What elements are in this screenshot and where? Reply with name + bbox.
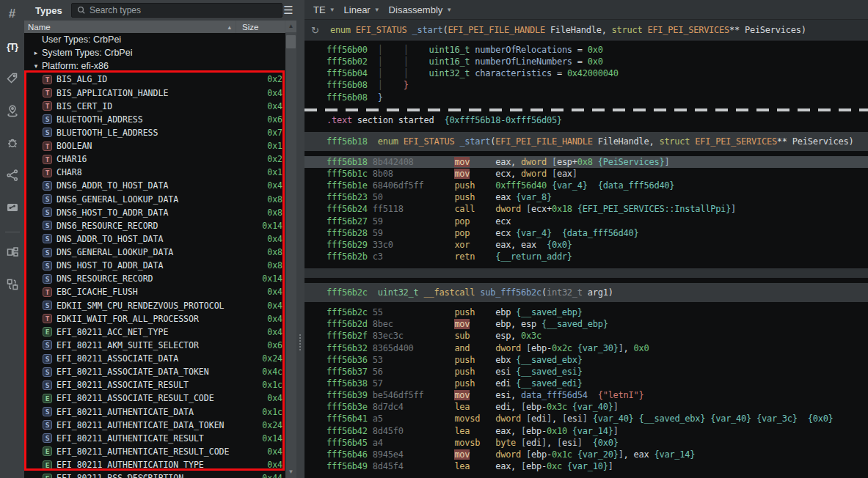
panel-resize-handle[interactable] (127, 475, 147, 477)
type-row[interactable]: SDNS6_GENERAL_LOOKUP_DATA0x8 (24, 193, 285, 206)
disasm-line[interactable]: fff56b08 │ } (304, 79, 868, 91)
tag-icon[interactable] (3, 69, 22, 88)
disasm-line[interactable]: fff56b37 56 push esi {__saved_esi} (304, 366, 868, 378)
disasm-line[interactable]: fff56b49 8d45f4 lea eax, [ebp-0xc {var_1… (304, 460, 868, 472)
type-row[interactable]: SDNS_HOST_TO_ADDR_DATA0x8 (24, 259, 285, 272)
disasm-line[interactable]: fff56b2b c3 retn {__return_addr} (304, 251, 868, 262)
panel-splitter[interactable] (296, 0, 304, 478)
types-icon[interactable]: {T} (3, 37, 22, 56)
scrollbar-thumb[interactable] (286, 35, 296, 48)
types-group-row[interactable]: ▾Platform: efi-x86 (24, 59, 285, 73)
refresh-icon[interactable]: ↻ (311, 25, 319, 36)
type-row[interactable]: SBLUETOOTH_LE_ADDRESS0x7 (24, 126, 285, 139)
graph-view-icon[interactable] (3, 198, 22, 217)
disasm-line[interactable]: fff56b41 a5 movsd dword [edi], [esi] {va… (304, 413, 868, 424)
disasm-line[interactable]: fff56b1e 68406df5ff push 0xfff56d40 {var… (304, 180, 868, 191)
type-row[interactable]: SEFI_80211_ASSOCIATE_DATA_TOKEN0x4c (24, 365, 285, 378)
types-search-box[interactable] (71, 3, 282, 18)
bug-icon[interactable] (3, 133, 22, 152)
sync-icon[interactable] (3, 275, 22, 294)
type-row[interactable]: SEFI_80211_AUTHENTICATE_RESULT0x14 (24, 432, 285, 445)
disasm-line[interactable]: fff56b08 } (304, 92, 868, 103)
group-label: Platform: efi-x86 (42, 61, 109, 71)
splitter-drag-handle[interactable] (299, 334, 301, 350)
current-function-header[interactable]: ↻ enum EFI_STATUS _start(EFI_PEI_FILE_HA… (304, 20, 868, 41)
disasm-line[interactable]: fff56b29 33c0 xor eax, eax {0x0} (304, 239, 868, 251)
disasm-line[interactable]: fff56b32 8365d400 and dword [ebp-0x2c {v… (304, 342, 868, 354)
view-type-menu[interactable]: TE▼ (313, 4, 335, 15)
disasm-line[interactable]: fff56b28 59 pop ecx {var_4} {data_fff56d… (304, 227, 868, 239)
type-row[interactable]: SDNS_GENERAL_LOOKUP_DATA0x8 (24, 246, 285, 259)
type-row[interactable]: SEFI_80211_AKM_SUITE_SELECTOR0x6 (24, 339, 285, 352)
disasm-line[interactable]: fff56b27 59 pop ecx (304, 216, 868, 227)
type-size: 0x8 (267, 207, 282, 218)
disasm-line-selected[interactable]: fff56b18 8b442408 mov eax, dword [esp+0x… (304, 156, 868, 168)
disasm-line[interactable]: fff56b23 50 push eax {var_8} (304, 191, 868, 203)
hierarchy-icon[interactable] (3, 243, 22, 262)
types-group-row[interactable]: User Types: CrbPei (24, 33, 285, 46)
type-row[interactable]: TEBC_ICACHE_FLUSH0x4 (24, 285, 285, 298)
type-row[interactable]: TCHAR160x2 (24, 152, 285, 166)
type-row[interactable]: SDNS_ADDR_TO_HOST_DATA0x4 (24, 232, 285, 246)
disasm-line[interactable]: fff56b45 a4 movsb byte [edi], [esi] {0x0… (304, 437, 868, 449)
mnemonic: movsd (454, 413, 480, 424)
disasm-line[interactable]: fff56b39 be546df5ff mov esi, data_fff56d… (304, 389, 868, 401)
type-row[interactable]: SBLUETOOTH_ADDRESS0x6 (24, 113, 285, 126)
column-header-name[interactable]: Name ▴ (24, 21, 236, 33)
layout-menu[interactable]: Linear▼ (344, 4, 380, 15)
view-mode-menu[interactable]: Disassembly▼ (389, 4, 453, 15)
scroll-down-icon[interactable]: ▼ (285, 466, 296, 478)
type-row[interactable]: TBIS_CERT_ID0x4 (24, 100, 285, 113)
disasm-line[interactable]: fff56b1c 8b08 mov ecx, dword [eax] (304, 168, 868, 180)
type-row[interactable]: EEFI_80211_BSS_DESCRIPTION0x44 (24, 471, 285, 478)
disasm-line[interactable]: fff56b00 │ │ uint16_t numberOfRelocation… (304, 44, 868, 56)
type-row[interactable]: SDNS6_HOST_TO_ADDR_DATA0x8 (24, 206, 285, 219)
type-row[interactable]: SDNS_RESOURCE_RECORD0x14 (24, 272, 285, 285)
type-row[interactable]: TEDKII_WAIT_FOR_ALL_PROCESSOR0x4 (24, 312, 285, 326)
sort-ascending-icon: ▴ (227, 23, 231, 31)
scroll-up-icon[interactable]: ▲ (285, 21, 296, 32)
type-row[interactable]: EEFI_80211_ACC_NET_TYPE0x4 (24, 326, 285, 339)
linear-disassembly-view[interactable]: fff56b00 │ │ uint16_t numberOfRelocation… (304, 41, 868, 478)
disasm-line[interactable]: fff56b42 8d45f0 lea eax, [ebp-0x10 {var_… (304, 425, 868, 437)
type-row[interactable]: SDNS6_RESOURCE_RECORD0x14 (24, 219, 285, 232)
type-row[interactable]: SEFI_80211_ASSOCIATE_RESULT0x1c (24, 378, 285, 391)
type-row[interactable]: EEFI_80211_ASSOCIATE_RESULT_CODE0x4 (24, 391, 285, 405)
type-row[interactable]: SEFI_80211_ASSOCIATE_DATA0x24 (24, 352, 285, 365)
type-row[interactable]: TBOOLEAN0x1 (24, 139, 285, 152)
type-row[interactable]: SEDKII_SMM_CPU_RENDEZVOUS_PROTOCOL0x4 (24, 299, 285, 312)
location-pin-icon[interactable] (3, 101, 22, 120)
type-row[interactable]: SDNS6_ADDR_TO_HOST_DATA0x4 (24, 179, 285, 192)
disasm-line[interactable]: .text section started {0xfff56b18-0xfff5… (304, 114, 868, 126)
types-search-input[interactable] (90, 5, 258, 15)
share-graph-icon[interactable] (3, 166, 22, 185)
type-row[interactable]: TCHAR80x1 (24, 166, 285, 179)
hash-icon[interactable]: # (3, 4, 22, 23)
disasm-line[interactable]: fff56b24 ff5118 call dword [ecx+0x18 {EF… (304, 203, 868, 215)
disasm-line[interactable]: fff56b02 │ │ uint16_t numberOfLineNumber… (304, 56, 868, 67)
disasm-line[interactable]: fff56b38 57 push edi {__saved_edi} (304, 378, 868, 389)
disasm-line[interactable]: fff56b3e 8d7dc4 lea edi, [ebp-0x3c {var_… (304, 401, 868, 413)
disasm-line[interactable]: fff56b04 │ │ uint32_t characteristics = … (304, 67, 868, 79)
function-header-bar[interactable]: fff56b2c uint32_t __fastcall sub_fff56b2… (304, 283, 868, 302)
type-row[interactable]: TBIS_APPLICATION_HANDLE0x4 (24, 87, 285, 100)
column-header-size[interactable]: Size (236, 21, 285, 33)
hamburger-menu-icon[interactable]: ☰ (282, 4, 295, 16)
type-kind-badge: S (43, 274, 52, 284)
type-row[interactable]: EEFI_80211_AUTHENTICATION_TYPE0x4 (24, 458, 285, 471)
chevron-collapsed-icon[interactable]: ▸ (32, 49, 40, 56)
type-row[interactable]: TBIS_ALG_ID0x2 (24, 73, 285, 86)
type-row[interactable]: SEFI_80211_AUTHENTICATE_DATA_TOKEN0x24 (24, 419, 285, 432)
disasm-line[interactable]: fff56b2c 55 push ebp {__saved_ebp} (304, 306, 868, 318)
types-scrollbar[interactable]: ▲ ▼ (285, 21, 296, 478)
disasm-line[interactable]: fff56b2d 8bec mov ebp, esp {__saved_ebp} (304, 318, 868, 330)
function-header-bar[interactable]: fff56b18 enum EFI_STATUS _start(EFI_PEI_… (304, 132, 868, 151)
type-name: EFI_80211_ACC_NET_TYPE (56, 327, 168, 337)
disasm-line[interactable]: fff56b2f 83ec3c sub esp, 0x3c (304, 330, 868, 342)
type-row[interactable]: EEFI_80211_AUTHENTICATE_RESULT_CODE0x4 (24, 445, 285, 458)
disasm-line[interactable]: fff56b46 8945e4 mov dword [ebp-0x1c {var… (304, 449, 868, 460)
disasm-line[interactable]: fff56b36 53 push ebx {__saved_ebx} (304, 354, 868, 366)
type-row[interactable]: SEFI_80211_AUTHENTICATE_DATA0x1c (24, 405, 285, 419)
chevron-expanded-icon[interactable]: ▾ (32, 62, 40, 70)
types-group-row[interactable]: ▸System Types: CrbPei (24, 46, 285, 59)
